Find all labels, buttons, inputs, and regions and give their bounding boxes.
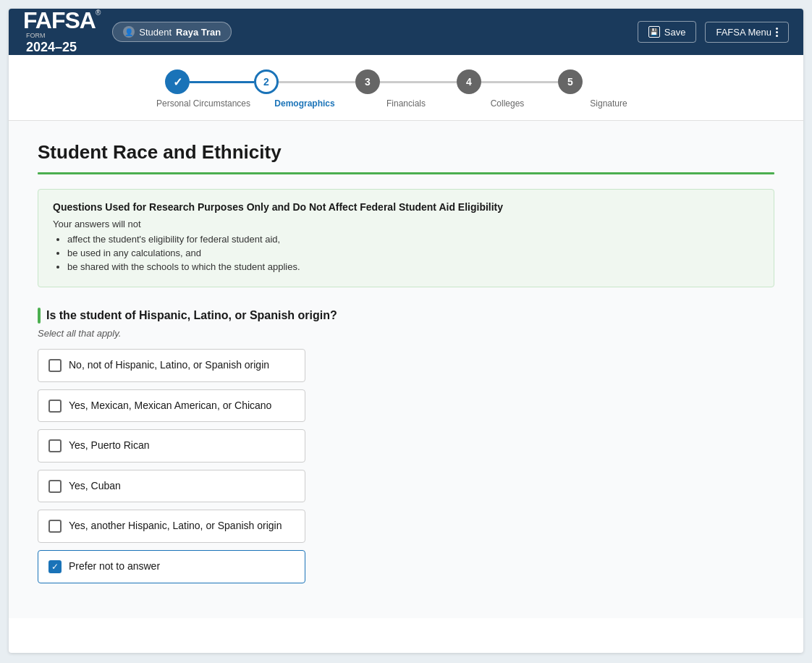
info-box: Questions Used for Research Purposes Onl…: [38, 189, 774, 287]
select-all-text: Select all that apply.: [38, 328, 774, 339]
step-3-wrapper: 3 Financials: [355, 69, 457, 109]
header: FAFSA ® FORM 2024–25 👤 Student Raya Tran: [9, 9, 803, 55]
step-1-line: [190, 81, 254, 83]
checkbox-options: No, not of Hispanic, Latino, or Spanish …: [38, 349, 305, 583]
option-3-label: Yes, Puerto Rican: [69, 439, 150, 453]
question-bar-icon: [38, 308, 41, 324]
green-divider: [38, 172, 774, 174]
step-4-wrapper: 4 Colleges: [457, 69, 558, 109]
step-2-row: 2: [254, 69, 355, 94]
checkbox-4[interactable]: [48, 480, 62, 493]
step-5-circle: 5: [558, 69, 583, 94]
student-name: Raya Tran: [176, 27, 221, 38]
step-3-label: Financials: [386, 98, 426, 109]
step-5-row: 5: [558, 69, 659, 94]
step-2-label: Demographics: [274, 98, 334, 109]
fafsa-menu-button[interactable]: FAFSA Menu: [705, 22, 789, 43]
step-1-label: Personal Circumstances: [156, 98, 250, 109]
page-title: Student Race and Ethnicity: [38, 141, 774, 164]
option-2[interactable]: Yes, Mexican, Mexican American, or Chica…: [38, 389, 305, 423]
steps-container: ✓ Personal Circumstances 2 Demographics: [153, 69, 659, 109]
checkbox-6[interactable]: ✓: [48, 560, 62, 573]
option-4[interactable]: Yes, Cuban: [38, 470, 305, 503]
main-content: Student Race and Ethnicity Questions Use…: [9, 121, 803, 618]
info-box-bullets: affect the student's eligibility for fed…: [53, 234, 759, 272]
step-4-circle: 4: [457, 69, 481, 94]
step-3-row: 3: [355, 69, 457, 94]
header-left: FAFSA ® FORM 2024–25 👤 Student Raya Tran: [23, 9, 232, 55]
save-icon: 💾: [648, 26, 660, 38]
student-icon: 👤: [123, 26, 135, 38]
question-label: Is the student of Hispanic, Latino, or S…: [38, 308, 774, 324]
step-1-row: ✓: [153, 69, 254, 94]
main-card: FAFSA ® FORM 2024–25 👤 Student Raya Tran: [9, 9, 803, 653]
progress-section: ✓ Personal Circumstances 2 Demographics: [9, 55, 803, 121]
option-3[interactable]: Yes, Puerto Rican: [38, 429, 305, 463]
checkbox-3[interactable]: [48, 439, 62, 452]
step-4-line: [481, 81, 558, 83]
step-4-label: Colleges: [491, 98, 525, 109]
step-2-wrapper: 2 Demographics: [254, 69, 355, 109]
info-box-title: Questions Used for Research Purposes Onl…: [53, 201, 759, 213]
step-2-line: [279, 81, 355, 83]
step-2-circle: 2: [254, 69, 279, 94]
step-5-wrapper: 5 Signature: [558, 69, 659, 109]
more-options-icon: [776, 28, 778, 37]
question-text: Is the student of Hispanic, Latino, or S…: [46, 309, 337, 322]
step-1-wrapper: ✓ Personal Circumstances: [153, 69, 254, 109]
step-3-line: [380, 81, 457, 83]
fafsa-reg: ®: [96, 9, 101, 17]
option-6[interactable]: ✓ Prefer not to answer: [38, 550, 305, 583]
info-bullet-1: affect the student's eligibility for fed…: [67, 234, 759, 245]
step-1-circle: ✓: [165, 69, 190, 94]
fafsa-year: 2024–25: [26, 40, 77, 56]
student-label: Student: [139, 27, 172, 38]
option-2-label: Yes, Mexican, Mexican American, or Chica…: [69, 399, 271, 413]
option-6-label: Prefer not to answer: [69, 559, 160, 574]
info-box-intro: Your answers will not: [53, 219, 759, 229]
checkbox-2[interactable]: [48, 400, 62, 413]
save-button[interactable]: 💾 Save: [638, 21, 697, 43]
option-1-label: No, not of Hispanic, Latino, or Spanish …: [69, 358, 269, 373]
option-5[interactable]: Yes, another Hispanic, Latino, or Spanis…: [38, 510, 305, 543]
header-right: 💾 Save FAFSA Menu: [638, 21, 789, 43]
checkbox-1[interactable]: [48, 359, 62, 372]
student-badge: 👤 Student Raya Tran: [112, 22, 232, 42]
page-container: FAFSA ® FORM 2024–25 👤 Student Raya Tran: [0, 0, 812, 663]
fafsa-wordmark: FAFSA: [23, 9, 96, 32]
info-bullet-2: be used in any calculations, and: [67, 248, 759, 258]
option-1[interactable]: No, not of Hispanic, Latino, or Spanish …: [38, 349, 305, 382]
step-5-label: Signature: [590, 98, 627, 109]
fafsa-form-year: FORM 2024–25: [26, 32, 77, 55]
step-3-circle: 3: [355, 69, 380, 94]
question-section: Is the student of Hispanic, Latino, or S…: [38, 308, 774, 583]
checkbox-5[interactable]: [48, 520, 62, 533]
fafsa-logo: FAFSA ® FORM 2024–25: [23, 9, 101, 55]
option-5-label: Yes, another Hispanic, Latino, or Spanis…: [69, 519, 282, 533]
info-bullet-3: be shared with the schools to which the …: [67, 261, 759, 272]
step-1-check: ✓: [173, 75, 182, 89]
option-4-label: Yes, Cuban: [69, 479, 121, 494]
step-4-row: 4: [457, 69, 558, 94]
checkbox-6-checkmark: ✓: [51, 562, 59, 571]
